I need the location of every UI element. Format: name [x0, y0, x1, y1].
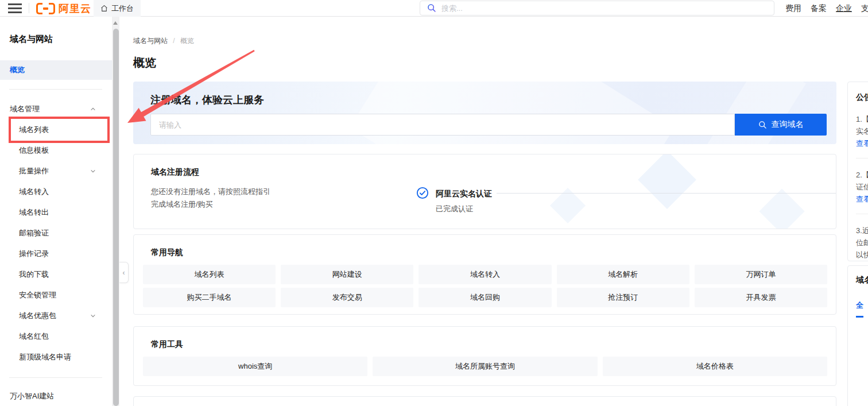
- domain-card-title: 域名: [856, 275, 868, 285]
- breadcrumb-separator: /: [173, 37, 175, 45]
- collapse-chevron-icon: ‹: [123, 269, 125, 277]
- announcement-item: 3.近 位邮 以快: [856, 225, 868, 261]
- sidebar-item-info-template[interactable]: 信息模板: [0, 140, 112, 161]
- tools-button-row: whois查询 域名所属账号查询 域名价格表: [143, 357, 827, 376]
- notice-text: 证信: [856, 181, 868, 193]
- nav-card-title: 常用导航: [151, 248, 183, 258]
- search-icon: [427, 3, 436, 13]
- hamburger-menu-icon[interactable]: [8, 3, 22, 13]
- topbar-item-enterprise[interactable]: 企业: [836, 3, 852, 14]
- breadcrumb-current: 概览: [180, 37, 194, 45]
- tools-card-title: 常用工具: [151, 339, 183, 350]
- sidebar-collapse-handle[interactable]: ‹: [119, 262, 129, 283]
- chevron-down-icon: [90, 168, 96, 174]
- card-decoration: [759, 188, 804, 229]
- sidebar-item-email-verification[interactable]: 邮箱验证: [0, 223, 112, 243]
- nav-button-invoice[interactable]: 开具发票: [695, 288, 827, 307]
- step1-title: 阿里云实名认证: [436, 189, 492, 199]
- aliyun-logo-text: 阿里云: [59, 2, 91, 16]
- sidebar-title: 域名与网站: [0, 17, 112, 60]
- common-navigation-card: 常用导航 域名列表 网站建设 域名转入 域名解析 万网订单 购买二手域名 发布交…: [133, 234, 836, 315]
- sidebar-group-label: 域名管理: [10, 105, 40, 113]
- sidebar-item-domain-discount-package[interactable]: 域名优惠包: [0, 306, 112, 326]
- nav-button-domain-buyback[interactable]: 域名回购: [418, 288, 551, 307]
- nav-button-publish-trade[interactable]: 发布交易: [281, 288, 413, 307]
- sidebar-item-security-lock[interactable]: 安全锁管理: [0, 285, 112, 306]
- tab-all[interactable]: 全: [856, 300, 863, 318]
- card-decoration: [638, 154, 696, 209]
- nav-button-wanwang-orders[interactable]: 万网订单: [695, 265, 827, 284]
- step1-status: 已完成认证: [436, 204, 473, 214]
- sidebar-item-new-tld-application[interactable]: 新顶级域名申请: [0, 347, 112, 368]
- sidebar-item-my-downloads[interactable]: 我的下载: [0, 264, 112, 285]
- banner-title: 注册域名，体验云上服务: [150, 93, 264, 107]
- notice-text: 2.【: [856, 169, 868, 181]
- search-icon: [758, 121, 767, 129]
- topbar-item-support[interactable]: 支: [861, 3, 868, 14]
- nav-button-backorder[interactable]: 抢注预订: [557, 288, 689, 307]
- sidebar-item-domain-red-packet[interactable]: 域名红包: [0, 326, 112, 347]
- scrollbar-up-arrow-icon[interactable]: [113, 21, 118, 25]
- global-search[interactable]: [420, 1, 774, 16]
- domain-summary-card: 域名 全: [847, 265, 868, 406]
- topbar-divider: [29, 3, 29, 13]
- common-tools-card: 常用工具 whois查询 域名所属账号查询 域名价格表: [133, 326, 836, 386]
- scrollbar-thumb[interactable]: [113, 29, 119, 406]
- flow-connector-line: [497, 193, 836, 194]
- announcement-item: 2.【 证信 查看: [856, 169, 868, 206]
- sidebar-item-batch-operations[interactable]: 批量操作: [0, 161, 112, 181]
- breadcrumb: 域名与网站 / 概览: [133, 36, 194, 46]
- notice-text: 以快: [856, 249, 868, 261]
- sidebar-item-label: 域名优惠包: [19, 311, 56, 320]
- aliyun-logo[interactable]: 阿里云: [36, 2, 91, 15]
- notice-text: 3.近: [856, 225, 868, 237]
- notice-text: 位邮: [856, 237, 868, 249]
- breadcrumb-parent[interactable]: 域名与网站: [133, 37, 168, 45]
- nav-button-row: 域名列表 网站建设 域名转入 域名解析 万网订单: [143, 265, 827, 284]
- flow-desc-line1: 您还没有注册域名，请按照流程指引: [151, 185, 270, 198]
- flow-card-title: 域名注册流程: [151, 167, 199, 177]
- tool-button-price-list[interactable]: 域名价格表: [603, 357, 827, 376]
- sidebar-scrollbar[interactable]: [112, 17, 119, 406]
- sidebar-item-domain-list[interactable]: 域名列表: [0, 119, 112, 140]
- announcement-title: 公告: [856, 92, 868, 103]
- nav-button-domain-list[interactable]: 域名列表: [143, 265, 276, 284]
- register-domain-banner: 注册域名，体验云上服务 查询域名: [133, 82, 836, 144]
- sidebar-divider: [9, 377, 102, 378]
- search-input[interactable]: [441, 4, 740, 13]
- chevron-down-icon: [90, 313, 96, 319]
- nav-button-domain-transfer-in[interactable]: 域名转入: [418, 265, 551, 284]
- sidebar-group-domain-management[interactable]: 域名管理: [0, 99, 112, 119]
- tool-button-whois[interactable]: whois查询: [143, 357, 367, 376]
- workbench-button[interactable]: 工作台: [94, 0, 141, 17]
- flow-desc-line2: 完成域名注册/购买: [151, 198, 270, 211]
- sidebar: 域名与网站 概览 域名管理 域名列表 信息模板 批量操作 域名转入 域名转出 邮…: [0, 17, 112, 406]
- notice-text: 实名: [856, 125, 868, 137]
- sidebar-item-label: 批量操作: [19, 167, 49, 175]
- nav-button-website-building[interactable]: 网站建设: [281, 265, 413, 284]
- announcement-divider: [856, 158, 868, 158]
- announcement-card: 公告 1.【 实名 查看 2.【 证信 查看 3.近 位邮 以快: [847, 82, 868, 261]
- sidebar-item-domain-transfer-out[interactable]: 域名转出: [0, 202, 112, 223]
- sidebar-item-overview[interactable]: 概览: [0, 60, 112, 80]
- sidebar-item-operation-records[interactable]: 操作记录: [0, 243, 112, 264]
- aliyun-console-page: 阿里云 工作台 费用 备案 企业 支 域名与网站 概览 域名管理 域名列表: [0, 0, 868, 406]
- nav-button-buy-secondhand-domain[interactable]: 购买二手域名: [143, 288, 276, 307]
- topbar-item-icp[interactable]: 备案: [811, 3, 827, 14]
- nav-button-dns[interactable]: 域名解析: [557, 265, 689, 284]
- query-domain-button[interactable]: 查询域名: [735, 114, 827, 136]
- home-icon: [100, 5, 108, 12]
- topbar-item-fee[interactable]: 费用: [785, 3, 801, 14]
- tool-button-account-lookup[interactable]: 域名所属账号查询: [373, 357, 597, 376]
- view-link[interactable]: 查看: [856, 193, 868, 206]
- view-link[interactable]: 查看: [856, 137, 868, 150]
- domain-search-input[interactable]: [150, 114, 735, 136]
- domain-registration-flow-card: 域名注册流程 您还没有注册域名，请按照流程指引 完成域名注册/购买 阿里云实名认…: [133, 154, 836, 229]
- sidebar-group-ai-website[interactable]: 万小智AI建站: [0, 386, 112, 406]
- topbar: 阿里云 工作台 费用 备案 企业 支: [0, 0, 868, 17]
- announcement-divider: [856, 214, 868, 214]
- bottom-card-partial: [133, 396, 836, 406]
- flow-card-description: 您还没有注册域名，请按照流程指引 完成域名注册/购买: [151, 185, 270, 211]
- workbench-label: 工作台: [111, 3, 134, 14]
- sidebar-item-domain-transfer-in[interactable]: 域名转入: [0, 181, 112, 202]
